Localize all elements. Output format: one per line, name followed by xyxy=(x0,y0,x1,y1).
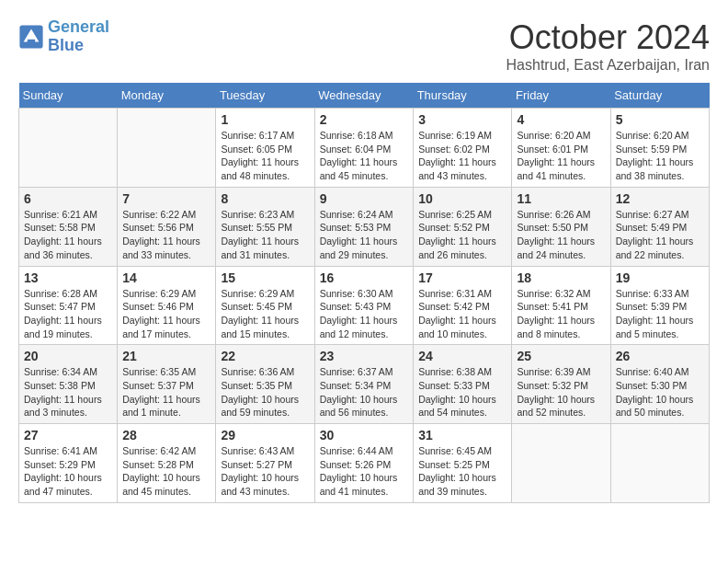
day-number: 19 xyxy=(616,270,704,285)
day-number: 5 xyxy=(616,112,704,127)
day-number: 8 xyxy=(221,191,309,206)
calendar-week-row: 13Sunrise: 6:28 AMSunset: 5:47 PMDayligh… xyxy=(19,266,710,345)
day-number: 31 xyxy=(418,428,506,442)
day-number: 7 xyxy=(122,191,210,206)
day-info: Sunrise: 6:36 AMSunset: 5:35 PMDaylight:… xyxy=(221,365,309,419)
weekday-header-friday: Friday xyxy=(512,83,610,109)
logo-icon xyxy=(18,24,44,50)
calendar-cell xyxy=(512,424,610,503)
calendar-cell: 27Sunrise: 6:41 AMSunset: 5:29 PMDayligh… xyxy=(19,424,118,503)
day-info: Sunrise: 6:35 AMSunset: 5:37 PMDaylight:… xyxy=(122,365,210,419)
calendar-cell: 5Sunrise: 6:20 AMSunset: 5:59 PMDaylight… xyxy=(610,109,709,188)
day-number: 3 xyxy=(418,112,506,127)
logo: General Blue xyxy=(18,18,109,55)
calendar-cell: 21Sunrise: 6:35 AMSunset: 5:37 PMDayligh… xyxy=(118,345,216,424)
day-number: 20 xyxy=(24,349,112,363)
weekday-header-wednesday: Wednesday xyxy=(314,83,414,109)
calendar-week-row: 1Sunrise: 6:17 AMSunset: 6:05 PMDaylight… xyxy=(19,109,710,188)
calendar-cell: 8Sunrise: 6:23 AMSunset: 5:55 PMDaylight… xyxy=(216,187,314,266)
calendar-cell: 13Sunrise: 6:28 AMSunset: 5:47 PMDayligh… xyxy=(19,266,118,345)
day-number: 14 xyxy=(122,270,210,285)
day-number: 25 xyxy=(517,349,605,363)
location-subtitle: Hashtrud, East Azerbaijan, Iran xyxy=(506,57,710,74)
weekday-header-thursday: Thursday xyxy=(414,83,512,109)
calendar-cell: 16Sunrise: 6:30 AMSunset: 5:43 PMDayligh… xyxy=(314,266,414,345)
day-info: Sunrise: 6:39 AMSunset: 5:32 PMDaylight:… xyxy=(517,365,605,419)
svg-rect-2 xyxy=(28,40,35,46)
calendar-cell: 14Sunrise: 6:29 AMSunset: 5:46 PMDayligh… xyxy=(118,266,216,345)
calendar-cell xyxy=(610,424,709,503)
day-info: Sunrise: 6:33 AMSunset: 5:39 PMDaylight:… xyxy=(616,287,704,341)
weekday-header-row: SundayMondayTuesdayWednesdayThursdayFrid… xyxy=(19,83,710,109)
day-number: 24 xyxy=(418,349,506,363)
day-number: 4 xyxy=(517,112,605,127)
calendar-cell: 31Sunrise: 6:45 AMSunset: 5:25 PMDayligh… xyxy=(414,424,512,503)
calendar-cell: 24Sunrise: 6:38 AMSunset: 5:33 PMDayligh… xyxy=(414,345,512,424)
calendar-cell: 11Sunrise: 6:26 AMSunset: 5:50 PMDayligh… xyxy=(512,187,610,266)
month-title: October 2024 xyxy=(506,18,710,57)
day-info: Sunrise: 6:37 AMSunset: 5:34 PMDaylight:… xyxy=(320,365,409,419)
calendar-week-row: 20Sunrise: 6:34 AMSunset: 5:38 PMDayligh… xyxy=(19,345,710,424)
day-info: Sunrise: 6:30 AMSunset: 5:43 PMDaylight:… xyxy=(320,287,409,341)
calendar-cell: 20Sunrise: 6:34 AMSunset: 5:38 PMDayligh… xyxy=(19,345,118,424)
calendar-cell: 12Sunrise: 6:27 AMSunset: 5:49 PMDayligh… xyxy=(610,187,709,266)
day-info: Sunrise: 6:23 AMSunset: 5:55 PMDaylight:… xyxy=(221,208,309,262)
day-number: 10 xyxy=(418,191,506,206)
calendar-cell: 19Sunrise: 6:33 AMSunset: 5:39 PMDayligh… xyxy=(610,266,709,345)
day-number: 21 xyxy=(122,349,210,363)
calendar-cell: 25Sunrise: 6:39 AMSunset: 5:32 PMDayligh… xyxy=(512,345,610,424)
weekday-header-tuesday: Tuesday xyxy=(216,83,314,109)
day-number: 12 xyxy=(616,191,704,206)
calendar-cell: 17Sunrise: 6:31 AMSunset: 5:42 PMDayligh… xyxy=(414,266,512,345)
day-number: 16 xyxy=(320,270,409,285)
day-number: 9 xyxy=(320,191,409,206)
day-info: Sunrise: 6:28 AMSunset: 5:47 PMDaylight:… xyxy=(24,287,112,341)
weekday-header-monday: Monday xyxy=(118,83,216,109)
day-info: Sunrise: 6:24 AMSunset: 5:53 PMDaylight:… xyxy=(320,208,409,262)
day-info: Sunrise: 6:31 AMSunset: 5:42 PMDaylight:… xyxy=(418,287,506,341)
day-info: Sunrise: 6:26 AMSunset: 5:50 PMDaylight:… xyxy=(517,208,605,262)
weekday-header-saturday: Saturday xyxy=(610,83,709,109)
calendar-cell: 2Sunrise: 6:18 AMSunset: 6:04 PMDaylight… xyxy=(314,109,414,188)
day-info: Sunrise: 6:20 AMSunset: 5:59 PMDaylight:… xyxy=(616,129,704,183)
day-info: Sunrise: 6:18 AMSunset: 6:04 PMDaylight:… xyxy=(320,129,409,183)
day-info: Sunrise: 6:44 AMSunset: 5:26 PMDaylight:… xyxy=(320,444,409,499)
day-info: Sunrise: 6:21 AMSunset: 5:58 PMDaylight:… xyxy=(24,208,112,262)
calendar-cell: 6Sunrise: 6:21 AMSunset: 5:58 PMDaylight… xyxy=(19,187,118,266)
day-number: 11 xyxy=(517,191,605,206)
day-info: Sunrise: 6:45 AMSunset: 5:25 PMDaylight:… xyxy=(418,444,506,499)
day-number: 28 xyxy=(122,428,210,442)
calendar-cell: 29Sunrise: 6:43 AMSunset: 5:27 PMDayligh… xyxy=(216,424,314,503)
day-info: Sunrise: 6:20 AMSunset: 6:01 PMDaylight:… xyxy=(517,129,605,183)
day-number: 13 xyxy=(24,270,112,285)
day-info: Sunrise: 6:27 AMSunset: 5:49 PMDaylight:… xyxy=(616,208,704,262)
day-number: 29 xyxy=(221,428,309,442)
calendar-week-row: 27Sunrise: 6:41 AMSunset: 5:29 PMDayligh… xyxy=(19,424,710,503)
day-info: Sunrise: 6:42 AMSunset: 5:28 PMDaylight:… xyxy=(122,444,210,499)
calendar-cell: 3Sunrise: 6:19 AMSunset: 6:02 PMDaylight… xyxy=(414,109,512,188)
day-info: Sunrise: 6:41 AMSunset: 5:29 PMDaylight:… xyxy=(24,444,112,499)
day-info: Sunrise: 6:25 AMSunset: 5:52 PMDaylight:… xyxy=(418,208,506,262)
day-info: Sunrise: 6:19 AMSunset: 6:02 PMDaylight:… xyxy=(418,129,506,183)
calendar-cell: 15Sunrise: 6:29 AMSunset: 5:45 PMDayligh… xyxy=(216,266,314,345)
day-info: Sunrise: 6:29 AMSunset: 5:45 PMDaylight:… xyxy=(221,287,309,341)
calendar-cell: 7Sunrise: 6:22 AMSunset: 5:56 PMDaylight… xyxy=(118,187,216,266)
title-block: October 2024 Hashtrud, East Azerbaijan, … xyxy=(506,18,710,74)
calendar-cell: 10Sunrise: 6:25 AMSunset: 5:52 PMDayligh… xyxy=(414,187,512,266)
day-info: Sunrise: 6:40 AMSunset: 5:30 PMDaylight:… xyxy=(616,365,704,419)
day-number: 6 xyxy=(24,191,112,206)
day-info: Sunrise: 6:43 AMSunset: 5:27 PMDaylight:… xyxy=(221,444,309,499)
day-number: 23 xyxy=(320,349,409,363)
calendar-cell: 9Sunrise: 6:24 AMSunset: 5:53 PMDaylight… xyxy=(314,187,414,266)
day-number: 1 xyxy=(221,112,309,127)
day-number: 18 xyxy=(517,270,605,285)
calendar-cell: 1Sunrise: 6:17 AMSunset: 6:05 PMDaylight… xyxy=(216,109,314,188)
calendar-cell: 23Sunrise: 6:37 AMSunset: 5:34 PMDayligh… xyxy=(314,345,414,424)
day-info: Sunrise: 6:29 AMSunset: 5:46 PMDaylight:… xyxy=(122,287,210,341)
day-number: 17 xyxy=(418,270,506,285)
page-header: General Blue October 2024 Hashtrud, East… xyxy=(18,18,710,74)
weekday-header-sunday: Sunday xyxy=(19,83,118,109)
day-number: 30 xyxy=(320,428,409,442)
calendar-cell xyxy=(118,109,216,188)
day-number: 2 xyxy=(320,112,409,127)
